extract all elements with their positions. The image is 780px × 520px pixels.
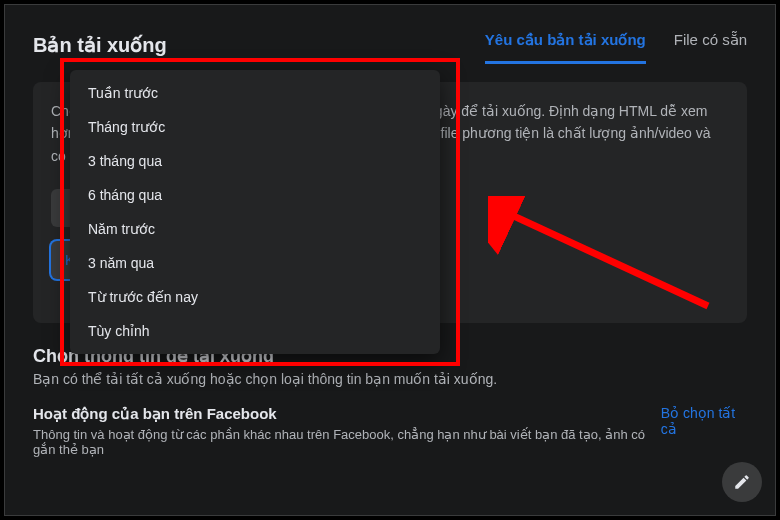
group-header: Hoạt động của bạn trên Facebook Thông ti… (33, 405, 747, 457)
select-info-section: Chọn thông tin để tải xuống Bạn có thể t… (33, 345, 747, 457)
group-description: Thông tin và hoạt động từ các phần khác … (33, 427, 661, 457)
tabs: Yêu cầu bản tải xuống File có sẵn (485, 25, 747, 64)
edit-icon (733, 473, 751, 491)
header: Bản tải xuống Yêu cầu bản tải xuống File… (33, 25, 747, 64)
page-title: Bản tải xuống (33, 33, 167, 57)
deselect-all-link[interactable]: Bỏ chọn tất cả (661, 405, 747, 437)
date-range-option[interactable]: Tháng trước (70, 110, 440, 144)
date-range-option[interactable]: Tuần trước (70, 76, 440, 110)
compose-button[interactable] (722, 462, 762, 502)
date-range-option[interactable]: 6 tháng qua (70, 178, 440, 212)
date-range-option[interactable]: 3 năm qua (70, 246, 440, 280)
date-range-option[interactable]: Tùy chỉnh (70, 314, 440, 348)
date-range-option[interactable]: Năm trước (70, 212, 440, 246)
group-title: Hoạt động của bạn trên Facebook (33, 405, 661, 423)
tab-request-download[interactable]: Yêu cầu bản tải xuống (485, 25, 646, 64)
date-range-option[interactable]: 3 tháng qua (70, 144, 440, 178)
date-range-dropdown: Tuần trướcTháng trước3 tháng qua6 tháng … (70, 70, 440, 354)
section-subtitle: Bạn có thể tải tất cả xuống hoặc chọn lo… (33, 371, 747, 387)
date-range-option[interactable]: Từ trước đến nay (70, 280, 440, 314)
tab-available-files[interactable]: File có sẵn (674, 25, 747, 64)
